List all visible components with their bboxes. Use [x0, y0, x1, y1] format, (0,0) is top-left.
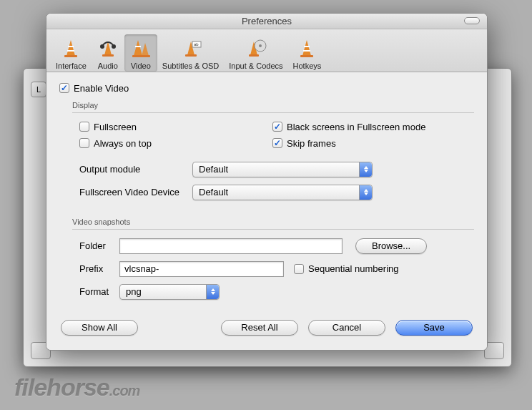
- updown-arrows-icon: [359, 185, 372, 200]
- folder-label: Folder: [79, 240, 119, 251]
- preferences-body: Enable Video Display Fullscreen Black sc…: [46, 72, 487, 350]
- always-on-top-label: Always on top: [94, 138, 152, 149]
- svg-rect-14: [185, 54, 197, 57]
- svg-rect-3: [64, 55, 77, 57]
- output-module-select[interactable]: Default: [192, 162, 373, 177]
- tab-input-codecs[interactable]: Input & Codecs: [224, 34, 287, 72]
- snapshots-group-label: Video snapshots: [72, 218, 474, 226]
- tab-label: Video: [131, 62, 151, 70]
- fullscreen-label: Fullscreen: [94, 122, 137, 132]
- snapshots-group: Video snapshots Folder Browse... Prefix …: [72, 218, 474, 310]
- skip-frames-label: Skip frames: [287, 138, 336, 149]
- updown-arrows-icon: [206, 285, 219, 299]
- svg-rect-5: [102, 54, 114, 57]
- svg-rect-18: [249, 54, 259, 57]
- svg-marker-21: [302, 40, 311, 56]
- tab-label: Audio: [98, 62, 118, 70]
- svg-text:ab: ab: [194, 42, 199, 47]
- checkmark-icon: [272, 138, 282, 148]
- format-value: png: [126, 286, 142, 297]
- cone-text-icon: ab: [179, 37, 202, 60]
- watermark: filehorse.com: [14, 374, 139, 401]
- fullscreen-checkbox[interactable]: Fullscreen: [79, 122, 272, 132]
- tab-subtitles[interactable]: ab Subtitles & OSD: [157, 34, 224, 72]
- sequential-numbering-label: Sequential numbering: [308, 263, 398, 274]
- cone-icon: [295, 37, 318, 60]
- cancel-button[interactable]: Cancel: [308, 320, 385, 336]
- updown-arrows-icon: [359, 162, 372, 177]
- fullscreen-device-select[interactable]: Default: [192, 185, 373, 200]
- show-all-button[interactable]: Show All: [61, 320, 138, 336]
- svg-point-20: [259, 44, 262, 47]
- cone-headphones-icon: [97, 37, 119, 60]
- tab-label: Hotkeys: [293, 62, 322, 70]
- svg-marker-0: [66, 40, 75, 56]
- svg-rect-2: [67, 50, 74, 52]
- svg-rect-23: [303, 50, 310, 52]
- enable-video-checkbox[interactable]: Enable Video: [59, 83, 129, 94]
- tab-label: Input & Codecs: [229, 62, 282, 70]
- svg-point-6: [100, 44, 104, 49]
- tab-hotkeys[interactable]: Hotkeys: [288, 34, 327, 72]
- watermark-suffix: .com: [109, 383, 140, 399]
- cone-disc-icon: [245, 37, 267, 60]
- background-tab: L: [31, 82, 46, 97]
- browse-button[interactable]: Browse...: [355, 238, 427, 254]
- skip-frames-checkbox[interactable]: Skip frames: [272, 138, 467, 149]
- tab-audio[interactable]: Audio: [92, 34, 124, 72]
- always-on-top-checkbox[interactable]: Always on top: [79, 138, 272, 149]
- fullscreen-device-label: Fullscreen Video Device: [79, 187, 192, 197]
- svg-point-7: [112, 44, 116, 49]
- tab-label: Interface: [56, 62, 87, 70]
- reset-all-button[interactable]: Reset All: [221, 320, 298, 336]
- svg-rect-1: [68, 46, 74, 47]
- prefix-input[interactable]: [119, 261, 284, 277]
- svg-marker-8: [134, 40, 142, 56]
- checkbox-box: [79, 138, 89, 148]
- svg-rect-24: [300, 55, 313, 57]
- prefix-label: Prefix: [79, 263, 119, 274]
- format-label: Format: [79, 286, 119, 297]
- cone-icon: [59, 37, 82, 60]
- svg-rect-22: [304, 46, 310, 47]
- tab-video[interactable]: Video: [124, 34, 157, 72]
- checkmark-icon: [59, 83, 69, 93]
- tab-label: Subtitles & OSD: [162, 62, 219, 70]
- output-module-label: Output module: [79, 164, 192, 175]
- checkbox-box: [79, 122, 89, 132]
- black-screens-checkbox[interactable]: Black screens in Fullscreen mode: [272, 122, 467, 132]
- format-select[interactable]: png: [119, 284, 220, 300]
- fullscreen-device-value: Default: [199, 187, 228, 197]
- titlebar-pill-button[interactable]: [464, 17, 480, 24]
- sequential-numbering-checkbox[interactable]: Sequential numbering: [294, 263, 398, 274]
- svg-marker-11: [142, 43, 149, 56]
- window-title: Preferences: [242, 16, 292, 26]
- tab-interface[interactable]: Interface: [51, 34, 92, 72]
- checkbox-box: [294, 264, 304, 274]
- cones-icon: [129, 37, 152, 60]
- checkmark-icon: [272, 122, 282, 132]
- svg-rect-9: [135, 46, 141, 47]
- display-group: Display Fullscreen Black screens in Full…: [72, 101, 474, 210]
- save-button[interactable]: Save: [395, 320, 473, 336]
- display-group-label: Display: [72, 101, 474, 109]
- titlebar[interactable]: Preferences: [46, 14, 487, 29]
- output-module-value: Default: [199, 164, 228, 175]
- watermark-brand: filehorse: [14, 374, 109, 401]
- preferences-window: Preferences Interface Audio Video ab Sub…: [46, 13, 488, 351]
- enable-video-label: Enable Video: [74, 83, 129, 94]
- preferences-toolbar: Interface Audio Video ab Subtitles & OSD…: [46, 29, 487, 72]
- button-bar: Show All Reset All Cancel Save: [59, 320, 474, 340]
- black-screens-label: Black screens in Fullscreen mode: [287, 122, 425, 132]
- svg-rect-12: [140, 55, 150, 57]
- folder-input[interactable]: [119, 238, 343, 254]
